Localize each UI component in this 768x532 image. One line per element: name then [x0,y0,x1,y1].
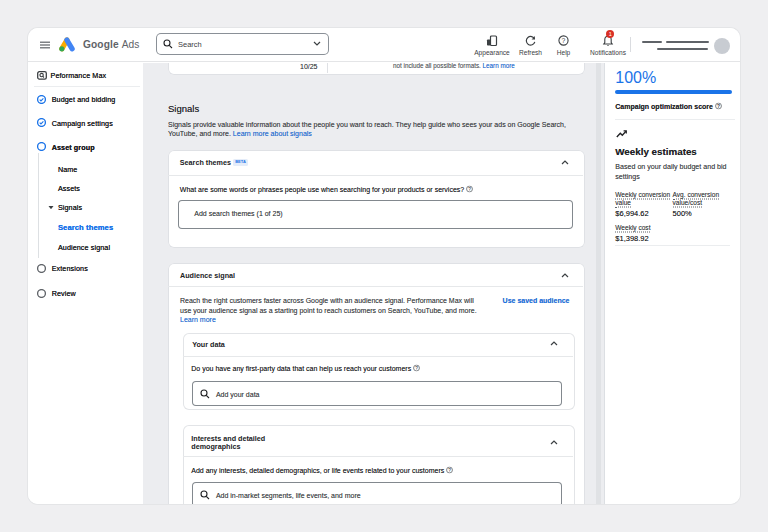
svg-text:?: ? [717,103,720,108]
svg-text:?: ? [562,37,566,44]
svg-text:?: ? [448,468,451,473]
svg-text:?: ? [415,365,418,370]
svg-text:?: ? [468,187,471,192]
